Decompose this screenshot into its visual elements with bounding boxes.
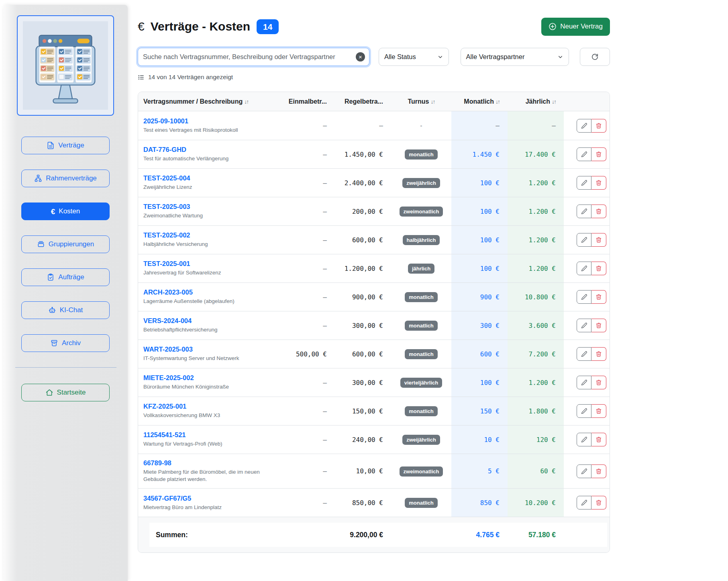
sidebar-item-archiv[interactable]: Archiv — [21, 334, 110, 352]
contract-number-link[interactable]: 34567-GF67/G5 — [143, 495, 191, 502]
edit-button[interactable] — [577, 319, 591, 332]
delete-button[interactable] — [591, 496, 606, 509]
sidebar-item-label: Kosten — [59, 207, 80, 215]
row-actions — [564, 254, 610, 282]
delete-button[interactable] — [591, 205, 606, 218]
contract-number-link[interactable]: 2025-09-10001 — [143, 117, 188, 125]
pencil-icon — [581, 265, 587, 272]
sidebar-item-gruppierungen[interactable]: Gruppierungen — [21, 235, 110, 253]
delete-button[interactable] — [591, 176, 606, 190]
contract-number-link[interactable]: WART-2025-003 — [143, 346, 193, 353]
billing-cycle: monatlich — [391, 282, 451, 311]
delete-button[interactable] — [591, 119, 606, 133]
edit-button[interactable] — [577, 496, 591, 509]
delete-button[interactable] — [591, 233, 606, 247]
contract-description: Test eines Vertrages mit Risikoprotokoll — [143, 127, 274, 134]
column-header-turnus[interactable]: Turnus↓↑ — [391, 92, 451, 111]
billing-cycle-badge: zweimonatlich — [400, 466, 443, 477]
edit-button[interactable] — [577, 376, 591, 389]
clipboard-check-icon — [47, 273, 55, 281]
delete-button[interactable] — [591, 262, 606, 275]
edit-button[interactable] — [577, 233, 591, 247]
sidebar-item-label: KI-Chat — [60, 306, 83, 314]
contract-number-link[interactable]: TEST-2025-003 — [143, 203, 190, 211]
table-row: WART-2025-003 IT-Systemwartung Server un… — [138, 340, 610, 368]
column-header-monatlich[interactable]: Monatlich↓↑ — [451, 92, 508, 111]
contract-number-link[interactable]: 11254541-521 — [143, 431, 186, 439]
column-header-actions — [564, 92, 610, 111]
monthly-amount: 850 € — [451, 488, 508, 517]
sidebar-nav: Verträge Rahmenverträge € Kosten Gruppie… — [3, 137, 128, 401]
column-header-jaehrlich[interactable]: Jährlich↓↑ — [508, 92, 564, 111]
contract-count-badge: 14 — [257, 19, 279, 34]
sidebar-item-startseite[interactable]: Startseite — [21, 384, 110, 401]
contract-number-link[interactable]: TEST-2025-001 — [143, 260, 190, 268]
chevron-down-icon — [557, 54, 563, 60]
refresh-button[interactable] — [580, 48, 610, 66]
delete-button[interactable] — [591, 404, 606, 418]
clear-search-icon[interactable]: × — [356, 52, 365, 61]
monthly-amount: 100 € — [451, 168, 508, 197]
status-filter-select[interactable]: Alle Status — [379, 48, 449, 66]
contract-number-link[interactable]: MIETE-2025-002 — [143, 374, 194, 382]
contract-number-link[interactable]: 66789-98 — [143, 459, 171, 467]
edit-button[interactable] — [577, 176, 591, 190]
contract-description: Lagerräume Außenstelle (abgelaufen) — [143, 298, 274, 305]
edit-button[interactable] — [577, 464, 591, 478]
contract-cell: 34567-GF67/G5 Mietvertrag Büro am Linden… — [138, 488, 279, 517]
edit-button[interactable] — [577, 119, 591, 133]
sidebar-item-ki-chat[interactable]: KI-Chat — [21, 301, 110, 319]
delete-button[interactable] — [591, 433, 606, 446]
edit-button[interactable] — [577, 262, 591, 275]
sidebar-item-rahmenvertraege[interactable]: Rahmenverträge — [21, 170, 110, 187]
search-input[interactable] — [138, 48, 369, 66]
edit-button[interactable] — [577, 205, 591, 218]
delete-button[interactable] — [591, 347, 606, 361]
yearly-amount: 60 € — [508, 454, 564, 488]
regular-amount: 200,00 € — [335, 197, 391, 225]
yearly-amount: 1.200 € — [508, 225, 564, 254]
billing-cycle: - — [391, 111, 451, 140]
regular-amount: 600,00 € — [335, 340, 391, 368]
contract-cell: VERS-2024-004 Betriebshaftpflichtversich… — [138, 311, 279, 340]
delete-button[interactable] — [591, 464, 606, 478]
contract-description: Miete Palmberg für die Büromöbel, die im… — [143, 468, 274, 483]
trash-icon — [595, 151, 602, 158]
column-header-vertragsnummer[interactable]: Vertragsnummer / Beschreibung↓↑ — [138, 92, 279, 111]
column-header-einmalbetrag: Einmalbetr... — [279, 92, 335, 111]
new-contract-button[interactable]: Neuer Vertrag — [541, 18, 610, 36]
sidebar-item-auftraege[interactable]: Aufträge — [21, 268, 110, 286]
contract-number-link[interactable]: VERS-2024-004 — [143, 317, 192, 325]
billing-cycle-badge: jährlich — [408, 264, 434, 274]
one-time-amount: – — [279, 397, 335, 425]
billing-cycle: jährlich — [391, 254, 451, 282]
billing-cycle-badge: monatlich — [405, 498, 437, 508]
contract-number-link[interactable]: ARCH-2023-005 — [143, 288, 193, 296]
pencil-icon — [581, 151, 587, 158]
euro-icon: € — [51, 208, 55, 215]
edit-button[interactable] — [577, 404, 591, 418]
delete-button[interactable] — [591, 376, 606, 389]
regular-amount: 10,00 € — [335, 454, 391, 488]
contract-number-link[interactable]: TEST-2025-002 — [143, 231, 190, 239]
pencil-icon — [581, 468, 587, 475]
sidebar-item-label: Aufträge — [58, 273, 84, 281]
row-actions — [564, 425, 610, 454]
sidebar-item-vertraege[interactable]: Verträge — [21, 137, 110, 154]
edit-button[interactable] — [577, 433, 591, 446]
sidebar-item-kosten[interactable]: € Kosten — [21, 203, 110, 220]
partner-filter-select[interactable]: Alle Vertragspartner — [461, 48, 569, 66]
contract-number-link[interactable]: KFZ-2025-001 — [143, 403, 186, 410]
results-count-text: 14 von 14 Verträgen angezeigt — [148, 74, 233, 81]
yearly-amount: 1.800 € — [508, 397, 564, 425]
contract-number-link[interactable]: TEST-2025-004 — [143, 174, 190, 182]
contract-number-link[interactable]: DAT-776-GHD — [143, 146, 186, 153]
edit-button[interactable] — [577, 147, 591, 161]
edit-button[interactable] — [577, 290, 591, 304]
delete-button[interactable] — [591, 319, 606, 332]
delete-button[interactable] — [591, 290, 606, 304]
regular-amount: 600,00 € — [335, 225, 391, 254]
edit-button[interactable] — [577, 347, 591, 361]
delete-button[interactable] — [591, 147, 606, 161]
table-row: KFZ-2025-001 Vollkaskoversicherung BMW X… — [138, 397, 610, 425]
